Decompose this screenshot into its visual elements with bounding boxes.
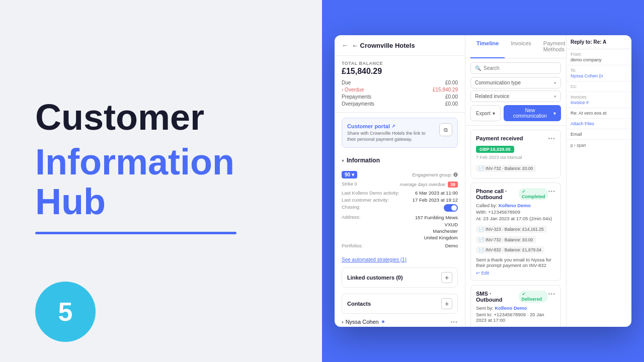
timeline-controls: 🔍 Communication type ▾ Related invoice ▾ [465, 58, 566, 126]
engagement-icon: 🅘 [453, 172, 458, 177]
payment-item-header: Payment received ••• [476, 135, 555, 141]
email-type-label: Email [571, 132, 627, 137]
portal-title: Customer portal ↗ [347, 123, 428, 129]
subject-value: Re: At vero eos et [571, 111, 627, 116]
strategies-link[interactable]: See automated strategies (1) [335, 255, 465, 264]
phonecall-item-header: Phone call · Outbound ✓ Completed ••• [476, 188, 555, 200]
balance-row-overdue: › Overdue £15,840.29 [342, 86, 458, 93]
left-panel: Customer Information Hub 5 [0, 0, 322, 362]
customer-panel: ← ← Crownville Hotels TOTAL BALANCE £15,… [335, 35, 465, 327]
circle-badge: 5 [35, 282, 96, 342]
action-row: Export ▾ New communication ▾ [470, 105, 561, 121]
email-invoices-field: Invoices: Invoice # [567, 92, 631, 108]
phonecall-footer: ↩ Edit [476, 270, 555, 276]
export-button[interactable]: Export ▾ [470, 105, 501, 121]
timeline-content: Payment received ••• GBP £6,029.05 7 Feb… [465, 126, 566, 327]
info-row-last-customer: Last customer activity: 17 Feb 2023 at 1… [342, 197, 458, 203]
chevron-down-icon: ▾ [342, 158, 344, 163]
email-cc-field: Cc: [567, 81, 631, 92]
sms-title: SMS · Outbound [476, 291, 516, 303]
search-bar[interactable]: 🔍 [470, 62, 561, 74]
tab-payment-methods[interactable]: Payment Methods [537, 35, 566, 58]
app-window: ← ← Crownville Hotels TOTAL BALANCE £15,… [335, 35, 631, 327]
avg-days-badge: 38 [448, 182, 458, 188]
contact-menu-icon[interactable]: ••• [450, 319, 458, 325]
completed-badge: ✓ Completed [519, 188, 548, 200]
from-value: demo.company [571, 57, 627, 62]
chasing-toggle[interactable] [444, 204, 458, 212]
chevron-down-icon: ▾ [554, 80, 556, 85]
email-body[interactable]: p › span [567, 140, 631, 152]
customer-portal-card[interactable]: Customer portal ↗ Share with Crownville … [342, 118, 458, 148]
timeline-panel: Timeline Invoices Payment Methods 🔍 Comm… [465, 35, 566, 327]
total-balance-label: TOTAL BALANCE [342, 61, 458, 66]
to-value: Nyssa Cohen (n [571, 73, 627, 78]
main-title: Customer [35, 98, 204, 137]
edit-link[interactable]: ↩ Edit [476, 270, 489, 276]
info-row-chasing: Chasing: [342, 204, 458, 213]
filter-related-invoice[interactable]: Related invoice ▾ [470, 90, 561, 102]
tab-timeline[interactable]: Timeline [470, 35, 505, 58]
email-from-field: From: demo.company [567, 49, 631, 65]
invoices-value: Invoice # [571, 100, 627, 105]
phonecall-title: Phone call · Outbound [476, 188, 516, 200]
new-comm-chevron-icon: ▾ [553, 111, 556, 116]
timeline-tabs: Timeline Invoices Payment Methods [465, 35, 566, 58]
information-section-header[interactable]: ▾ Information [335, 153, 465, 168]
right-panel: ← ← Crownville Hotels TOTAL BALANCE £15,… [322, 0, 644, 362]
attach-files-link[interactable]: Attach Files [571, 121, 627, 126]
add-linked-button[interactable]: + [441, 272, 452, 283]
contacts-title: Contacts [347, 301, 371, 307]
copy-icon[interactable]: ⧉ [439, 123, 452, 136]
back-arrow-icon[interactable]: ← [342, 41, 349, 49]
contact-row-nyssa: › Nyssa Cohen ★ ••• [335, 316, 465, 327]
phonecall-with: With: +12345678909 [476, 209, 555, 215]
linked-customers-section: Linked customers (0) + [342, 267, 458, 288]
balance-row-due: Due £0.00 [342, 79, 458, 86]
phonecall-note: Sent a thank you email to Nyssa for thei… [476, 257, 555, 268]
email-type-field: Email [567, 129, 631, 140]
chevron-icon: ▾ [352, 172, 354, 177]
information-title: Information [347, 157, 380, 164]
email-reply-title: Reply to: Re: A [567, 35, 631, 49]
sub-title: Information Hub [35, 142, 287, 222]
new-communication-button[interactable]: New communication ▾ [504, 105, 561, 121]
sms-menu-icon[interactable]: ••• [548, 291, 555, 297]
filter-comm-type[interactable]: Communication type ▾ [470, 77, 561, 88]
document-icon-2: 📄 [479, 227, 484, 232]
phonecall-at: At: 23 Jan 2023 at 17:05 (2min 04s) [476, 216, 555, 221]
add-contact-button[interactable]: + [441, 298, 452, 309]
strike-label: Strike 0 [342, 182, 357, 188]
phonecall-menu-icon[interactable]: ••• [548, 188, 555, 194]
document-icon-3: 📄 [479, 237, 484, 242]
payment-title: Payment received [476, 135, 523, 141]
info-row-portfolios: Portfolios: Demo [342, 243, 458, 248]
search-icon: 🔍 [475, 65, 481, 71]
external-link-icon: ↗ [391, 124, 395, 129]
email-to-field: To: Nyssa Cohen (n [567, 65, 631, 81]
to-label: To: [571, 68, 627, 73]
balance-rows: Due £0.00 › Overdue £15,840.29 Prepaymen… [342, 79, 458, 107]
balance-row-prepayments: Prepayments £0.00 [342, 93, 458, 100]
info-row-address: Address: 157 Fumbling Mews VXUD Manchest… [342, 214, 458, 241]
sms-item-header: SMS · Outbound ✓ Delivered ••• [476, 291, 555, 303]
information-content: 90 ▾ Engagement group: 🅘 Strike 0 Averag… [335, 168, 465, 254]
customer-header[interactable]: ← ← Crownville Hotels [335, 35, 465, 56]
payment-amount-badge: GBP £6,029.05 [476, 146, 514, 153]
document-icon: 📄 [479, 166, 484, 170]
timeline-item-payment: Payment received ••• GBP £6,029.05 7 Feb… [470, 130, 561, 178]
filter-row: Communication type ▾ Related invoice ▾ [470, 77, 561, 102]
info-row-last-kolleno: Last Kolleno Demo activity: 6 Mar 2023 a… [342, 190, 458, 196]
timeline-item-phonecall: Phone call · Outbound ✓ Completed ••• Ca… [470, 183, 561, 282]
search-input[interactable] [484, 65, 556, 71]
underline-bar [35, 232, 236, 234]
sms-sent-by: Sent by: Kolleno Demo [476, 305, 555, 311]
score-badge: 90 ▾ [342, 171, 357, 178]
inv-tag-732b: 📄 INV-732 · Balance: £0.00 [476, 236, 536, 243]
payment-menu-icon[interactable]: ••• [548, 135, 555, 141]
payment-date: 7 Feb 2023 via Manual [476, 155, 555, 160]
portal-info: Customer portal ↗ Share with Crownville … [347, 123, 428, 142]
linked-customers-title: Linked customers (0) [347, 275, 403, 281]
tab-invoices[interactable]: Invoices [505, 35, 537, 58]
attach-files-field[interactable]: Attach Files [567, 119, 631, 129]
